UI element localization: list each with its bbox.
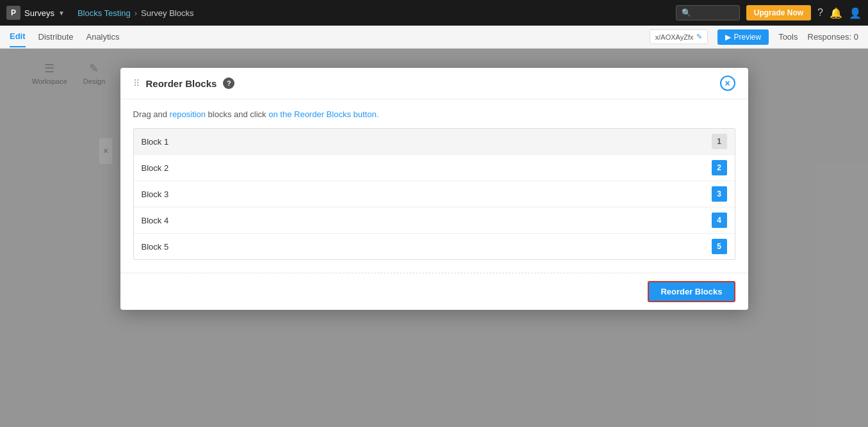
notifications-icon[interactable]: 🔔	[830, 7, 842, 19]
tab-analytics[interactable]: Analytics	[86, 27, 119, 47]
highlight-reorder-btn: Reorder Blocks button.	[294, 109, 379, 119]
tab-distribute[interactable]: Distribute	[38, 27, 74, 47]
instruction-text: Drag and reposition blocks and click on …	[133, 109, 735, 119]
block-row-2[interactable]: Block 2 2	[134, 155, 735, 181]
reorder-blocks-modal: ⠿ Reorder Blocks ? × Drag and reposition…	[120, 68, 748, 310]
brand-area[interactable]: P Surveys ▼	[6, 6, 65, 20]
block-row-1[interactable]: Block 1 1	[134, 129, 735, 155]
search-box[interactable]: 🔍	[676, 5, 740, 20]
modal-footer: Reorder Blocks	[120, 273, 748, 310]
block-badge-4: 4	[712, 213, 727, 228]
main-area: ☰ Workspace ✎ Design Add Question Q1 How…	[0, 49, 868, 427]
p-logo: P	[6, 6, 20, 20]
breadcrumb-separator: ›	[135, 8, 137, 18]
breadcrumb: Blocks Testing › Survey Blocks	[78, 8, 194, 18]
breadcrumb-survey-blocks: Survey Blocks	[141, 8, 193, 18]
close-button[interactable]: ×	[720, 76, 735, 91]
modal-header: ⠿ Reorder Blocks ? ×	[120, 68, 748, 99]
breadcrumb-blocks-testing[interactable]: Blocks Testing	[78, 8, 131, 18]
block-name-2: Block 2	[142, 163, 169, 173]
upgrade-button[interactable]: Upgrade Now	[746, 5, 811, 20]
block-name-4: Block 4	[142, 216, 169, 225]
surveys-label[interactable]: Surveys	[24, 8, 54, 18]
tools-label[interactable]: Tools	[778, 32, 798, 42]
help-icon[interactable]: ?	[817, 7, 823, 19]
help-button[interactable]: ?	[223, 77, 234, 89]
block-row-3[interactable]: Block 3 3	[134, 181, 735, 207]
secondary-toolbar: Edit Distribute Analytics x/AOXAyZfx ✎ ▶…	[0, 26, 868, 49]
reorder-blocks-button[interactable]: Reorder Blocks	[648, 281, 735, 302]
modal-header-left: ⠿ Reorder Blocks ?	[133, 77, 235, 89]
block-badge-3: 3	[712, 186, 727, 202]
edit-icon[interactable]: ✎	[696, 33, 702, 41]
block-badge-2: 2	[712, 160, 727, 175]
preview-button[interactable]: ▶ Preview	[717, 29, 769, 45]
highlight-on: on the	[268, 109, 291, 119]
surveys-dropdown-arrow[interactable]: ▼	[58, 10, 65, 17]
block-name-1: Block 1	[142, 137, 169, 147]
block-name-3: Block 3	[142, 189, 169, 199]
block-row-4[interactable]: Block 4 4	[134, 207, 735, 234]
block-badge-5: 5	[712, 239, 727, 254]
navbar-right: 🔍 Upgrade Now ? 🔔 👤	[676, 5, 862, 20]
block-name-5: Block 5	[142, 242, 169, 252]
modal-body: Drag and reposition blocks and click on …	[120, 99, 748, 273]
block-list: Block 1 1 Block 2 2 Block 3 3 Block 4 4	[133, 128, 735, 260]
url-text: x/AOXAyZfx	[655, 33, 694, 41]
tab-edit[interactable]: Edit	[10, 26, 26, 47]
drag-handle-icon[interactable]: ⠿	[133, 78, 140, 88]
block-badge-1: 1	[712, 134, 727, 149]
modal-overlay: ⠿ Reorder Blocks ? × Drag and reposition…	[0, 49, 868, 427]
url-bar: x/AOXAyZfx ✎	[650, 29, 708, 44]
user-avatar[interactable]: 👤	[849, 7, 862, 19]
responses-label: Responses: 0	[808, 32, 859, 42]
preview-icon: ▶	[725, 33, 731, 42]
modal-title: Reorder Blocks	[146, 78, 217, 89]
block-row-5[interactable]: Block 5 5	[134, 234, 735, 259]
search-icon: 🔍	[682, 8, 691, 17]
top-navbar: P Surveys ▼ Blocks Testing › Survey Bloc…	[0, 0, 868, 26]
highlight-reposition: reposition	[170, 109, 206, 119]
